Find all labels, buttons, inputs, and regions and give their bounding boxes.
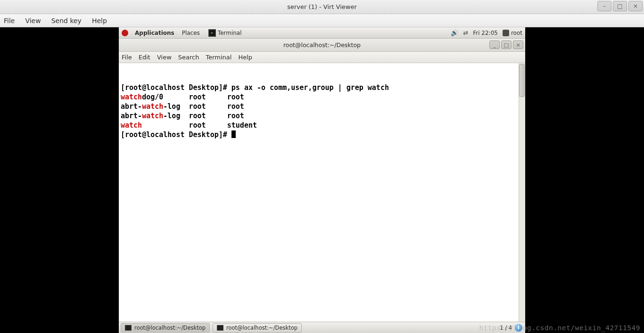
terminal-titlebar[interactable]: root@localhost:~/Desktop _ □ × <box>119 39 525 52</box>
term-menu-search[interactable]: Search <box>178 54 199 61</box>
host-close-button[interactable]: × <box>628 1 643 11</box>
taskbar-item-icon <box>217 325 223 331</box>
distro-icon[interactable] <box>122 30 128 36</box>
info-icon[interactable]: i <box>515 324 522 332</box>
network-icon[interactable]: ⇄ <box>463 29 468 36</box>
active-app-icon[interactable]: > <box>208 29 216 37</box>
terminal-window: root@localhost:~/Desktop _ □ × File Edit… <box>119 39 525 322</box>
terminal-scrollbar[interactable] <box>519 63 525 322</box>
svg-rect-2 <box>504 31 508 35</box>
host-title: server (1) - Virt Viewer <box>287 3 357 10</box>
taskbar-item-2[interactable]: root@localhost:~/Desktop <box>213 323 302 333</box>
term-menu-terminal[interactable]: Terminal <box>206 54 231 61</box>
term-menu-file[interactable]: File <box>122 54 132 61</box>
applications-menu[interactable]: Applications <box>131 30 178 36</box>
terminal-icon: > <box>210 31 215 35</box>
taskbar-item-1[interactable]: root@localhost:~/Desktop <box>121 323 210 333</box>
term-menu-edit[interactable]: Edit <box>139 54 150 61</box>
terminal-body[interactable]: [root@localhost Desktop]# ps ax -o comm,… <box>119 63 525 322</box>
guest-desktop: Applications Places > Terminal 🔊 ⇄ Fri 2… <box>119 27 525 333</box>
workspace-indicator[interactable]: 1 / 4 i <box>500 324 523 332</box>
host-menu-file[interactable]: File <box>4 17 15 24</box>
host-menubar: File View Send key Help <box>0 14 644 27</box>
user-icon <box>503 30 509 36</box>
terminal-title: root@localhost:~/Desktop <box>283 41 361 49</box>
term-menu-view[interactable]: View <box>157 54 172 61</box>
host-minimize-button[interactable]: – <box>597 1 611 11</box>
taskbar-item-icon <box>125 325 132 331</box>
terminal-maximize-button[interactable]: □ <box>501 41 512 49</box>
terminal-close-button[interactable]: × <box>513 41 523 49</box>
guest-top-panel: Applications Places > Terminal 🔊 ⇄ Fri 2… <box>119 27 525 39</box>
host-menu-help[interactable]: Help <box>92 17 107 24</box>
term-menu-help[interactable]: Help <box>238 54 252 61</box>
terminal-window-controls: _ □ × <box>489 41 523 49</box>
vm-framebuffer: Applications Places > Terminal 🔊 ⇄ Fri 2… <box>0 27 644 333</box>
user-menu[interactable]: root <box>503 30 522 36</box>
guest-bottom-panel: root@localhost:~/Desktop root@localhost:… <box>119 322 525 333</box>
host-titlebar: server (1) - Virt Viewer – □ × <box>0 0 644 14</box>
terminal-menubar: File Edit View Search Terminal Help <box>119 52 525 63</box>
active-app-label[interactable]: Terminal <box>218 30 242 36</box>
host-window-controls: – □ × <box>597 0 644 14</box>
svg-text:>: > <box>210 31 214 35</box>
places-menu[interactable]: Places <box>178 30 204 36</box>
guest-systray: 🔊 ⇄ Fri 22:05 root <box>451 29 522 36</box>
host-menu-view[interactable]: View <box>25 17 41 24</box>
terminal-minimize-button[interactable]: _ <box>489 41 500 49</box>
clock[interactable]: Fri 22:05 <box>473 30 498 36</box>
scrollbar-thumb[interactable] <box>519 64 525 97</box>
volume-icon[interactable]: 🔊 <box>451 29 458 36</box>
host-menu-sendkey[interactable]: Send key <box>51 17 82 24</box>
host-maximize-button[interactable]: □ <box>613 1 627 11</box>
